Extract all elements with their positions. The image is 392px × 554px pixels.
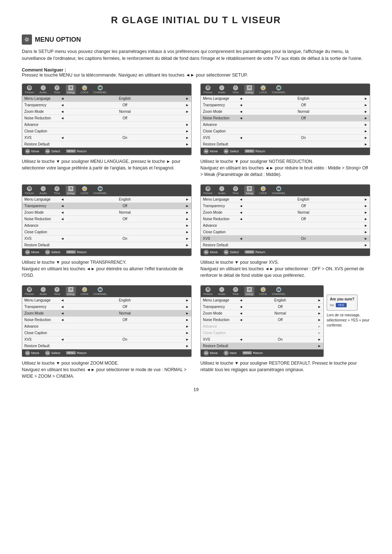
row-zoom-4: Zoom Mode ◄ Normal ► xyxy=(201,209,370,216)
tab-time-3: ⏱Time xyxy=(52,186,62,195)
menu-box-5: 🖼Picture ♪Audio ⏱Time ⚙Setup 🔒LOCK 📺CHAN… xyxy=(22,285,192,357)
row-xvs-2: XVS ◄ On ► xyxy=(201,135,370,141)
section-label: MENU OPTION xyxy=(35,36,81,44)
footer-return-3: MENU Return xyxy=(66,250,87,255)
tab-audio-5: ♪Audio xyxy=(38,287,48,296)
row-advance-3: Advance ► xyxy=(22,222,191,229)
row-noise-2: Noise Reduction ◄ Off ► xyxy=(201,115,370,122)
row-transparency-4: Transparency ◄ Off ► xyxy=(201,203,370,209)
tab-picture-1: 🖼Picture xyxy=(24,85,34,94)
tab-lock-2: 🔒LOCK xyxy=(258,85,268,94)
tab-channel-2: 📺CHANNEL xyxy=(272,85,286,94)
footer-next-6: ⊙ Next xyxy=(224,350,237,356)
svg-point-0 xyxy=(26,38,28,41)
footer-select-4: ●● Select xyxy=(224,250,239,255)
tab-picture-3: 🖼Picture xyxy=(24,186,34,195)
tab-setup-3: ⚙Setup xyxy=(66,186,76,195)
footer-return-1: MENU Return xyxy=(66,149,87,154)
row-zoom-5: Zoom Mode ◄ Normal ► xyxy=(22,310,191,317)
row-advance-5: Advance ► xyxy=(22,323,191,330)
footer-move-2: ●● Move xyxy=(204,149,218,154)
tab-setup-1: ⚙Setup xyxy=(66,85,76,94)
row-noise-1: Noise Reduction ◄ Off ► xyxy=(22,115,191,122)
row-noise-4: Noise Reduction ◄ Off ► xyxy=(201,216,370,222)
menu-footer-6: ●● Move ⊙ Next MENU Return xyxy=(201,349,323,357)
caption-3: Utilisez le touche ▼ pour souligner TRAN… xyxy=(22,259,192,279)
intro-text: Dans le SETUP menu vous pouvez changer l… xyxy=(22,48,370,62)
row-restore-4: Restore Default ► xyxy=(201,242,370,249)
tab-audio-2: ♪Audio xyxy=(217,85,227,94)
tab-time-5: ⏱Time xyxy=(52,287,62,296)
menu-topbar-2: 🖼Picture ♪Audio ⏱Time ⚙Setup 🔒LOCK 📺CHAN… xyxy=(201,84,370,95)
row-restore-1: Restore Default ► xyxy=(22,141,191,148)
tab-time-2: ⏱Time xyxy=(230,85,241,94)
comment-nav: Comment Naviguer : Pressez le touche MEN… xyxy=(22,67,370,78)
tab-time-1: ⏱Time xyxy=(52,85,62,94)
row-caption-5: Close Caption ► xyxy=(22,330,191,336)
col-restore: 🖼Picture ♪Audio ⏱Time ⚙Setup 🔒LOCK 📺CHAN… xyxy=(200,285,370,379)
tab-audio-6: ♪Audio xyxy=(217,287,227,296)
row-transparency-5: Transparency ◄ Off ► xyxy=(22,304,191,310)
col-menu-language: 🖼Picture ♪Audio ⏱Time ⚙Setup 🔒LOCK 📺CHAN… xyxy=(22,83,192,178)
row-zoom-6: Zoom Mode ◄ Normal ► xyxy=(201,310,323,317)
yes-button[interactable]: YES xyxy=(336,303,347,307)
caption-5: Utilisez le touche ▼ pour souligner ZOOM… xyxy=(22,360,192,379)
footer-return-4: MENU Return xyxy=(245,250,265,255)
footer-move-4: ●● Move xyxy=(204,250,218,255)
tab-lock-3: 🔒LOCK xyxy=(79,186,90,195)
tab-audio-3: ♪Audio xyxy=(38,186,48,195)
caption-4: Utilisez le touche ▼ pour souligner XVS.… xyxy=(200,259,370,279)
row-advance-6: Advance ► xyxy=(201,323,323,330)
menu-box-2: 🖼Picture ♪Audio ⏱Time ⚙Setup 🔒LOCK 📺CHAN… xyxy=(200,83,370,155)
row-xvs-4: XVS ◄ On ► xyxy=(201,235,370,242)
tab-audio-1: ♪Audio xyxy=(38,85,48,94)
row-caption-1: Close Caption ► xyxy=(22,128,191,135)
tab-picture-2: 🖼Picture xyxy=(203,85,213,94)
footer-return-6: MENU Return xyxy=(242,350,263,356)
footer-select-5: ●● Select xyxy=(45,350,60,356)
row-2: 🖼Picture ♪Audio ⏱Time ⚙Setup 🔒LOCK 📺CHAN… xyxy=(22,184,370,279)
row-restore-6: Restore Default ► xyxy=(201,343,323,349)
menu-footer-1: ●● Move ●● Select MENU Return xyxy=(22,148,191,155)
tab-picture-5: 🖼Picture xyxy=(24,287,34,296)
tab-picture-4: 🖼Picture xyxy=(203,186,213,195)
menu-topbar-3: 🖼Picture ♪Audio ⏱Time ⚙Setup 🔒LOCK 📺CHAN… xyxy=(22,185,191,196)
row-menu-language-5: Menu Language ◄ English ► xyxy=(22,297,191,304)
col-noise-reduction: 🖼Picture ♪Audio ⏱Time ⚙Setup 🔒LOCK 📺CHAN… xyxy=(200,83,370,178)
menu-box-6: 🖼Picture ♪Audio ⏱Time ⚙Setup 🔒LOCK 📺CHAN… xyxy=(200,285,324,357)
footer-move-1: ●● Move xyxy=(25,149,39,154)
row-xvs-5: XVS ◄ On ► xyxy=(22,336,191,343)
row-caption-6: Close Caption ► xyxy=(201,330,323,336)
menu-topbar-1: 🖼Picture ♪Audio ⏱Time ⚙Setup 🔒LOCK 📺CHAN… xyxy=(22,84,191,95)
tab-setup-6: ⚙Setup xyxy=(244,287,254,296)
comment-label: Comment Naviguer : xyxy=(22,67,66,73)
tab-channel-1: 📺CHANNEL xyxy=(93,85,107,94)
row-transparency-6: Transparency ◄ Off ► xyxy=(201,304,323,310)
row-menu-language-3: Menu Language ◄ English ► xyxy=(22,196,191,203)
setup-icon xyxy=(22,34,32,45)
row-advance-4: Advance ► xyxy=(201,222,370,229)
row-noise-3: Noise Reduction ◄ Off ► xyxy=(22,216,191,222)
tab-setup-5: ⚙Setup xyxy=(66,287,76,296)
menu-footer-3: ●● Move ●● Select MENU Return xyxy=(22,249,191,256)
menu-topbar-5: 🖼Picture ♪Audio ⏱Time ⚙Setup 🔒LOCK 📺CHAN… xyxy=(22,286,191,297)
row-xvs-3: XVS ◄ On ► xyxy=(22,235,191,242)
tab-picture-6: 🖼Picture xyxy=(203,287,213,296)
col-transparency: 🖼Picture ♪Audio ⏱Time ⚙Setup 🔒LOCK 📺CHAN… xyxy=(22,184,192,279)
row-restore-2: Restore Default ► xyxy=(201,141,370,148)
row-menu-language-1: Menu Language ◄ English ► xyxy=(22,95,191,102)
footer-select-2: ●● Select xyxy=(224,149,239,154)
tab-channel-6: 📺CHANNEL xyxy=(272,287,286,296)
menu-footer-4: ●● Move ●● Select MENU Return xyxy=(201,249,370,256)
row-caption-2: Close Caption ► xyxy=(201,128,370,135)
confirm-caption: Lors de ce message, sélectionnez « YES »… xyxy=(327,313,370,328)
menu-box-3: 🖼Picture ♪Audio ⏱Time ⚙Setup 🔒LOCK 📺CHAN… xyxy=(22,184,192,256)
menu-topbar-6: 🖼Picture ♪Audio ⏱Time ⚙Setup 🔒LOCK 📺CHAN… xyxy=(201,286,323,297)
col-zoom: 🖼Picture ♪Audio ⏱Time ⚙Setup 🔒LOCK 📺CHAN… xyxy=(22,285,192,379)
tab-setup-4: ⚙Setup xyxy=(244,186,254,195)
row-transparency-1: Transparency ◄ Off ► xyxy=(22,102,191,108)
row-menu-language-2: Menu Language ◄ English ► xyxy=(201,95,370,102)
menu-box-4: 🖼Picture ♪Audio ⏱Time ⚙Setup 🔒LOCK 📺CHAN… xyxy=(200,184,370,256)
row-1: 🖼Picture ♪Audio ⏱Time ⚙Setup 🔒LOCK 📺CHAN… xyxy=(22,83,370,178)
section-heading: MENU OPTION xyxy=(22,34,370,45)
